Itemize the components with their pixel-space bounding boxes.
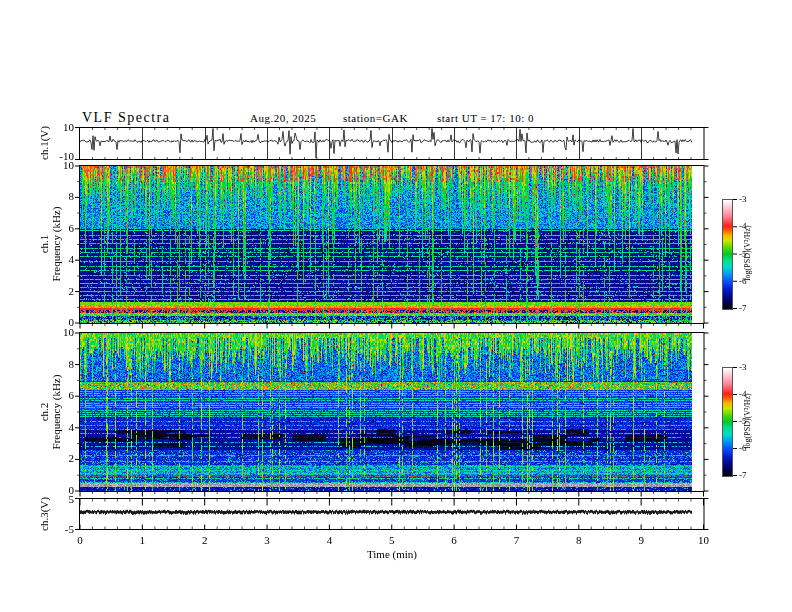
colorbar2-tick-label: -4	[739, 389, 763, 399]
x-tick-label: 8	[564, 534, 594, 546]
ch3-waveform-plot	[80, 508, 692, 518]
x-tick-label: 7	[501, 534, 531, 546]
x-tick-label: 4	[314, 534, 344, 546]
x-tick-label: 3	[252, 534, 282, 546]
spec2-ytick-label: 8	[38, 358, 74, 370]
spec1-ytick-label: 4	[38, 253, 74, 265]
colorbar1-tick-label: -6	[739, 276, 763, 286]
spec2-frequency-text: Frequency (kHz)	[50, 327, 62, 497]
spec2-y-axis-label: ch.2 Frequency (kHz)	[38, 327, 62, 497]
x-tick-label: 10	[689, 534, 719, 546]
spec1-ytick-label: 8	[38, 190, 74, 202]
colorbar1-tick-label: -5	[739, 249, 763, 259]
colorbar2-tick-label: -7	[739, 470, 763, 480]
time-axis-label: Time (min)	[342, 548, 442, 560]
colorbar-ch2	[722, 367, 733, 477]
ch1v-ytick-label: 10	[38, 121, 74, 133]
ch1-spectrogram	[80, 166, 692, 323]
ch2-spectrogram	[80, 333, 692, 491]
colorbar1-tick-label: -3	[739, 194, 763, 204]
colorbar1-tick-label: -7	[739, 303, 763, 313]
spec2-channel-text: ch.2	[38, 327, 50, 497]
ch1-waveform-plot	[80, 128, 692, 159]
ch3v-ytick-label: -5	[38, 523, 74, 535]
x-tick-label: 2	[190, 534, 220, 546]
spec1-ytick-label: 2	[38, 285, 74, 297]
colorbar2-tick-label: -3	[739, 362, 763, 372]
x-tick-label: 5	[377, 534, 407, 546]
colorbar2-tick-label: -6	[739, 443, 763, 453]
spec1-frequency-text: Frequency (kHz)	[50, 159, 62, 329]
colorbar-ch1	[722, 199, 733, 310]
vlf-spectra-figure: VLF Spectra Aug.20, 2025 station=GAK sta…	[0, 0, 792, 612]
spec1-y-axis-label: ch.1 Frequency (kHz)	[38, 159, 62, 329]
spec2-ytick-label: 10	[38, 326, 74, 338]
x-tick-label: 6	[439, 534, 469, 546]
x-tick-label: 1	[127, 534, 157, 546]
spec2-ytick-label: 6	[38, 389, 74, 401]
colorbar2-tick-label: -5	[739, 416, 763, 426]
spec2-ytick-label: 2	[38, 452, 74, 464]
spec1-channel-text: ch.1	[38, 159, 50, 329]
x-tick-label: 0	[65, 534, 95, 546]
colorbar1-tick-label: -4	[739, 221, 763, 231]
ch3v-ytick-label: 5	[38, 493, 74, 505]
spec2-ytick-label: 4	[38, 421, 74, 433]
x-tick-label: 9	[626, 534, 656, 546]
spec1-ytick-label: 10	[38, 159, 74, 171]
spec1-ytick-label: 6	[38, 222, 74, 234]
